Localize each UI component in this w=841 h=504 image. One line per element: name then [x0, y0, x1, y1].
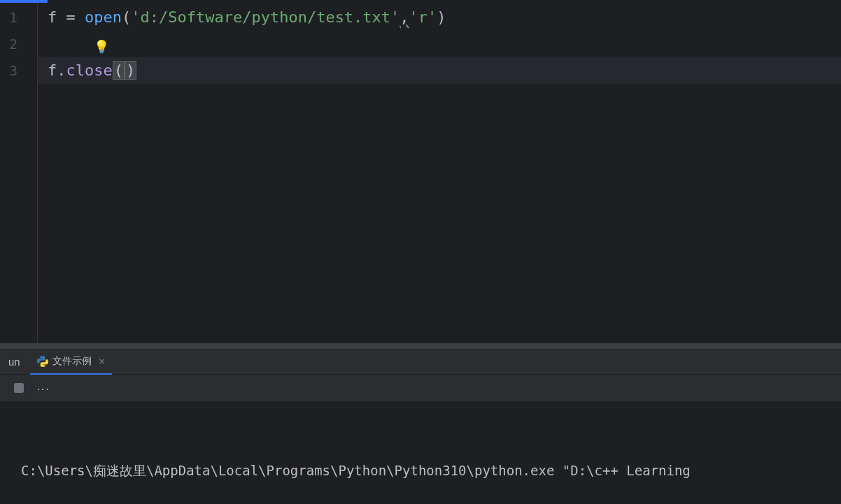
- code-line-2[interactable]: [38, 31, 841, 57]
- panel-divider[interactable]: [0, 343, 841, 349]
- console-toolbar: ⋮: [0, 375, 841, 401]
- code-editor[interactable]: 1 2 3 f = open('d:/Software/python/test.…: [0, 0, 841, 343]
- panel-label: un: [3, 356, 26, 368]
- line-gutter: 1 2 3: [0, 0, 38, 343]
- tab-indicator: [0, 0, 48, 3]
- console-line: C:\Users\痴迷故里\AppData\Local\Programs\Pyt…: [21, 459, 827, 482]
- line-number[interactable]: 2: [0, 31, 37, 57]
- run-panel: un 文件示例 × ⋮ C:\Users\痴迷故里\AppData\Local\…: [0, 349, 841, 504]
- close-icon[interactable]: ×: [99, 354, 106, 368]
- stop-icon[interactable]: [14, 383, 24, 393]
- code-line-3[interactable]: f.close(): [38, 57, 841, 84]
- code-content[interactable]: f = open('d:/Software/python/test.txt','…: [38, 0, 841, 343]
- panel-header: un 文件示例 ×: [0, 350, 841, 375]
- console-output[interactable]: C:\Users\痴迷故里\AppData\Local\Programs\Pyt…: [0, 401, 841, 504]
- line-number[interactable]: 1: [0, 4, 37, 31]
- python-icon: [37, 356, 48, 367]
- line-number[interactable]: 3: [0, 57, 37, 84]
- more-icon[interactable]: ⋮: [36, 382, 51, 394]
- lightbulb-icon[interactable]: 💡: [94, 34, 109, 60]
- tab-name: 文件示例: [52, 355, 92, 368]
- run-tab[interactable]: 文件示例 ×: [30, 350, 113, 375]
- code-line-1[interactable]: f = open('d:/Software/python/test.txt','…: [38, 4, 841, 31]
